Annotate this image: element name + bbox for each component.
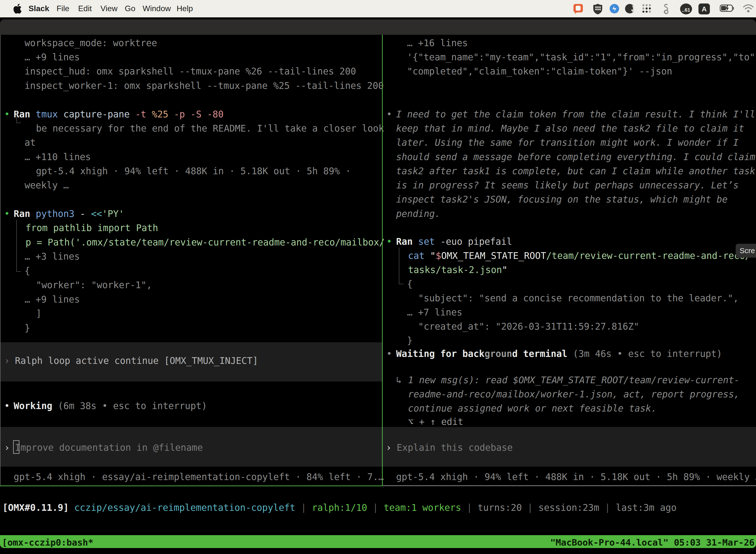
right-input-placeholder[interactable]: Explain this codebase — [397, 442, 513, 453]
cat-output-line: "created_at": "2026-03-31T11:59:27.816Z" — [418, 321, 639, 333]
cmd-tmux: tmux — [30, 109, 58, 120]
menu-go[interactable]: Go — [125, 4, 135, 13]
cat-output-line: … +7 lines — [407, 307, 462, 319]
mailbox-line: readme-and-reco/mailbox/worker-1.json, a… — [408, 388, 740, 400]
left-scrollback-line: inspect_hud: omx sparkshell --tmux-pane … — [24, 65, 356, 77]
left-scrollback-line: workspace_mode: worktree — [24, 37, 157, 49]
ran-python-command-text: Ran python3 - <<'PY' — [14, 208, 124, 220]
edit-hint: ⌥ + ↑ edit — [408, 416, 463, 428]
thinking-line: task2 after task1 is complete, but can I… — [396, 165, 755, 177]
waiting-label: d terminal — [512, 348, 567, 359]
battery-badge-icon[interactable]: ..61 — [680, 3, 692, 14]
waiting-status-text: Waiting for background terminal (3m 46s … — [396, 348, 722, 360]
cat-output-line: } — [407, 335, 413, 347]
tmux-status-bar: [omx-cczip0:bash* "MacBook-Pro-44.local"… — [0, 535, 756, 548]
thinking-line: I need to get the claim token from the c… — [396, 108, 755, 120]
omx-turns: turns:20 — [478, 502, 522, 513]
active-pane-border — [0, 486, 382, 486]
apple-logo-icon[interactable] — [13, 3, 22, 15]
omx-ralph-counter: ralph:1/10 — [312, 502, 367, 513]
python-block-guide — [16, 220, 21, 272]
ran-set-command-text: Ran set -euo pipefail — [396, 236, 512, 248]
path-segment: tasks/task-2.json — [408, 265, 502, 275]
shield-icon[interactable] — [593, 3, 603, 15]
cmd-args: -euo pipefail — [435, 236, 512, 247]
window-title-bar: omx --xhigh --madmax ⌥⌘1 — [0, 19, 756, 35]
ralph-loop-band: ›Ralph loop active continue [OMX_TMUX_IN… — [0, 342, 382, 382]
heredoc-tag: 'PY' — [102, 209, 124, 219]
menu-file[interactable]: File — [57, 4, 69, 13]
bullet-icon: • — [4, 401, 10, 411]
squiggle-icon[interactable] — [661, 3, 670, 15]
cat-block-guide — [399, 247, 403, 284]
dots-grid-icon[interactable] — [641, 3, 652, 15]
screen-recording-icon[interactable] — [573, 3, 583, 15]
waiting-label-shimmer: groun — [485, 348, 512, 359]
python-output-line: { — [24, 265, 30, 277]
menu-window[interactable]: Window — [143, 4, 171, 13]
output-corner-guide — [16, 111, 21, 123]
waiting-label: Waiting for back — [396, 348, 485, 359]
left-scrollback-line: … +9 lines — [24, 51, 80, 63]
blue-badge-icon[interactable] — [609, 3, 620, 15]
input-source-icon[interactable]: A — [698, 3, 710, 14]
bullet-icon: • — [386, 348, 392, 360]
menu-app-slack[interactable]: Slack — [28, 4, 49, 13]
ran-label: Ran — [396, 236, 413, 247]
thinking-line: pending. — [396, 208, 440, 220]
omx-team-workers: team:1 workers — [384, 502, 461, 513]
heredoc-op: << — [91, 209, 102, 219]
tmux-session-name[interactable]: [omx-cczip0:bash* — [2, 537, 93, 549]
dollar-sign: $ — [436, 251, 441, 261]
tooltip-text: Scre — [740, 246, 755, 255]
cat-command-line2: tasks/task-2.json" — [408, 264, 507, 276]
left-input-placeholder[interactable]: Improve documentation in @filename — [15, 442, 203, 453]
bullet-icon: • — [386, 108, 392, 120]
right-input-band[interactable]: ›Explain this codebase — [383, 427, 756, 466]
window-left-edge — [0, 35, 0, 486]
cmd-args: capture-pane — [58, 109, 130, 120]
tmux-output-line: gpt-5.4 xhigh · 94% left · 488K in · 5.1… — [36, 165, 351, 177]
prompt-chevron-icon: › — [4, 442, 10, 453]
cmd-set: set — [413, 236, 435, 247]
menu-help[interactable]: Help — [177, 4, 193, 13]
tmux-output-line: at — [24, 137, 36, 149]
left-pane-status: gpt-5.4 xhigh · essay/ai-reimplementatio… — [14, 471, 384, 483]
battery-icon[interactable] — [720, 4, 735, 13]
cmd-dash: - — [74, 209, 91, 219]
omx-status-line: [OMX#0.11.9] cczip/essay/ai-reimplementa… — [2, 502, 677, 514]
screen-tooltip: Scre — [736, 244, 756, 258]
inactive-pane-border — [383, 486, 756, 486]
terminal-content: workspace_mode: worktree … +9 lines insp… — [0, 35, 756, 548]
tmux-output-line: be necessary for the end of the README. … — [36, 123, 384, 134]
python-output-line: … +9 lines — [24, 294, 80, 306]
wifi-icon[interactable] — [743, 4, 754, 14]
mailbox-line: 1 new msg(s): read $OMX_TEAM_STATE_ROOT/… — [408, 374, 740, 386]
omx-session: session:23m — [539, 502, 599, 513]
tmux-output-line: weekly … — [24, 179, 69, 191]
tmux-host-clock: "MacBook-Pro-44.local" 05:03 31-Mar-26 — [550, 537, 755, 549]
working-status-text: Working (6m 38s • esc to interrupt) — [14, 400, 207, 412]
text-cursor — [13, 440, 19, 454]
python-code-line: p = Path('.omx/state/team/review-current… — [25, 236, 385, 248]
mailbox-line: continue assigned work or next feasible … — [408, 403, 656, 414]
pane-divider[interactable] — [382, 35, 383, 486]
ran-set-command: • — [386, 236, 392, 248]
crescent-icon[interactable] — [625, 3, 635, 15]
battery-badge-label: ..61 — [682, 7, 690, 13]
right-scrollback-line: "completed","claim_token":"claim-token"}… — [407, 65, 672, 77]
working-timer: (6m 38s • esc to interrupt) — [52, 401, 207, 411]
menu-edit[interactable]: Edit — [78, 4, 92, 13]
python-output-line: ] — [36, 308, 42, 320]
quote: " — [425, 251, 436, 261]
separator: | — [461, 502, 478, 513]
separator: | — [367, 502, 384, 513]
cmd-flag: -t — [130, 109, 146, 120]
menu-view[interactable]: View — [101, 4, 118, 13]
thinking-line: inspect task2's JSON, focusing on the st… — [396, 193, 728, 206]
tmux-output-line: … +110 lines — [24, 151, 91, 163]
waiting-timer: (3m 46s • esc to interrupt) — [567, 348, 722, 359]
left-input-band[interactable]: ›Improve documentation in @filename — [0, 427, 382, 466]
python-output-line: "worker": "worker-1", — [36, 279, 152, 291]
omx-repo: cczip/essay/ai-reimplementation-copyleft — [69, 502, 295, 513]
